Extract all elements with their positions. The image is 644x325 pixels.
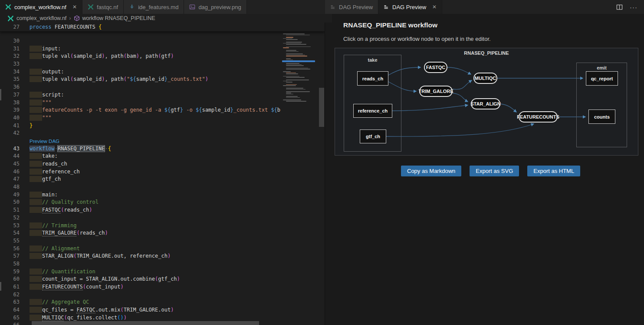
code-token <box>30 253 42 259</box>
code-token: , path <box>139 53 158 59</box>
gutter-decoration <box>0 89 1 100</box>
code-line[interactable]: 45 reads_ch <box>0 160 282 168</box>
line-number: 49 <box>0 191 30 199</box>
line-number: 37 <box>0 91 30 99</box>
code-token: sample_id <box>73 53 102 59</box>
code-line[interactable]: 33 <box>0 60 282 68</box>
dag-node-STAR_ALIGN[interactable]: STAR_ALIGN <box>471 98 500 109</box>
code-line[interactable]: 62 <box>0 291 282 299</box>
dag-node-counts[interactable]: counts <box>588 109 615 124</box>
code-line[interactable]: 34 output: <box>0 68 282 76</box>
scrollbar-thumb[interactable] <box>319 88 324 127</box>
tab-ide_features-md[interactable]: ide_features.md <box>124 0 184 14</box>
dag-node-FEATURECOUNTS[interactable]: FEATURECOUNTS <box>519 111 558 123</box>
code-line[interactable]: 51 FASTQC(reads_ch) <box>0 206 282 214</box>
code-token <box>30 222 42 229</box>
code-line[interactable]: 30 <box>0 37 282 45</box>
line-number: 45 <box>0 160 30 168</box>
code-line[interactable]: 32 tuple val(sample_id), path(bam), path… <box>0 53 282 60</box>
code-line[interactable]: 56 // Alignment <box>0 245 282 253</box>
code-line[interactable]: 41} <box>0 122 282 130</box>
code-line[interactable]: 38 """ <box>0 99 282 107</box>
breadcrumb-symbol[interactable]: workflow RNASEQ_PIPELINE <box>82 15 155 21</box>
sticky-scroll-line[interactable]: 27process FEATURECOUNTS { <box>0 23 325 32</box>
code-line[interactable]: 53 // Trimming <box>0 222 282 230</box>
dag-node-FASTQC[interactable]: FASTQC <box>424 62 447 73</box>
dag-node-reads_ch[interactable]: reads_ch <box>357 71 388 86</box>
code-line[interactable]: 44 take: <box>0 153 282 160</box>
code-token: · <box>105 146 108 152</box>
code-line[interactable]: 55 <box>0 237 282 245</box>
tab-complex_workflow-nf[interactable]: complex_workflow.nf✕ <box>0 0 82 14</box>
code-line[interactable]: 36 <box>0 83 282 91</box>
line-number: 41 <box>0 122 30 130</box>
code-line[interactable]: 64 qc_files = FASTQC.out.mix(TRIM_GALORE… <box>0 306 282 314</box>
code-line[interactable]: 31 input: <box>0 45 282 53</box>
breadcrumb-file[interactable]: complex_workflow.nf <box>16 15 66 21</box>
minimap[interactable] <box>282 24 316 154</box>
code-line[interactable]: 54 TRIM_GALORE(reads_ch) <box>0 229 282 237</box>
code-token: ( <box>124 53 127 59</box>
code-line[interactable]: 57 STAR_ALIGN(TRIM_GALORE.out, reference… <box>0 252 282 260</box>
line-number: 33 <box>0 60 30 68</box>
code-editor[interactable]: 27process FEATURECOUNTS { 3031 input:32 … <box>0 23 325 325</box>
code-token: // Quality control <box>42 199 99 205</box>
code-token: reads_ch <box>42 161 67 167</box>
code-token: take: <box>42 153 58 159</box>
dag-node-qc_report[interactable]: qc_report <box>586 71 618 86</box>
code-line[interactable]: 61 FEATURECOUNTS(count_input) <box>0 283 282 291</box>
codelens-preview-dag[interactable]: Preview DAG <box>0 137 282 145</box>
dag-node-TRIM_GALORE[interactable]: TRIM_GALORE <box>419 86 453 97</box>
dag-node-MULTIQC[interactable]: MULTIQC <box>473 73 497 84</box>
code-token: ${ <box>164 107 171 113</box>
code-token: """ <box>42 115 52 121</box>
code-line[interactable]: 50 // Quality control <box>0 199 282 206</box>
copy-as-markdown-button[interactable]: Copy as Markdown <box>401 166 461 176</box>
scrollbar-thumb[interactable] <box>32 321 259 325</box>
nextflow-logo <box>88 4 94 10</box>
code-line[interactable]: 59 // Quantification <box>0 268 282 276</box>
code-line[interactable]: 35 tuple val(sample_id), path("${sample_… <box>0 76 282 83</box>
code-token: .out.mix <box>95 307 121 313</box>
code-token <box>30 107 42 113</box>
code-line[interactable]: 47 gtf_ch <box>0 176 282 183</box>
export-as-svg-button[interactable]: Export as SVG <box>470 166 519 176</box>
code-line[interactable]: 46 reference_ch <box>0 168 282 176</box>
tab-dag-preview-0[interactable]: DAG Preview <box>325 0 378 14</box>
tab-dag_preview-png[interactable]: dag_preview.png <box>184 0 246 14</box>
dag-node-gtf_ch[interactable]: gtf_ch <box>360 129 386 143</box>
more-actions-icon[interactable]: ··· <box>630 3 637 11</box>
code-line[interactable]: 48 <box>0 183 282 191</box>
code-line[interactable]: 40 """ <box>0 114 282 122</box>
code-line[interactable]: 49 main: <box>0 191 282 199</box>
vertical-scrollbar[interactable] <box>318 23 325 325</box>
code-token: ( <box>83 284 86 290</box>
code-line[interactable]: 43workflow·RNASEQ_PIPELINE·{ <box>0 145 282 153</box>
tab-dag-preview-1[interactable]: DAG Preview✕ <box>378 0 442 14</box>
code-token: input: <box>42 46 61 52</box>
code-token: ${ <box>196 107 202 113</box>
close-icon[interactable]: ✕ <box>72 4 77 10</box>
dag-node-reference_ch[interactable]: reference_ch <box>353 104 392 118</box>
code-token <box>30 76 42 82</box>
code-line[interactable]: 37 script: <box>0 91 282 99</box>
code-token: b <box>277 107 280 113</box>
code-line[interactable]: 60 count_input = STAR_ALIGN.out.combine(… <box>0 275 282 283</box>
code-token: } <box>164 76 168 82</box>
split-editor-icon[interactable] <box>616 4 623 10</box>
code-line[interactable]: 42 <box>0 129 282 137</box>
close-icon[interactable]: ✕ <box>432 4 437 10</box>
code-line[interactable]: 65 MULTIQC(qc_files.collect()) <box>0 314 282 322</box>
code-line[interactable]: 63 // Aggregate QC <box>0 298 282 306</box>
code-line[interactable]: 58 <box>0 260 282 268</box>
horizontal-scrollbar[interactable] <box>30 321 316 325</box>
code-line[interactable]: 39 featureCounts -p -t exon -g gene_id -… <box>0 106 282 114</box>
line-number: 60 <box>0 275 30 283</box>
export-as-html-button[interactable]: Export as HTML <box>527 166 580 176</box>
dag-subtitle: Click on a process or workflow node to o… <box>343 36 644 42</box>
code-token: ( <box>158 53 161 59</box>
code-token <box>30 192 42 198</box>
code-lines[interactable]: 3031 input:32 tuple val(sample_id), path… <box>0 37 282 325</box>
code-line[interactable]: 52 <box>0 214 282 222</box>
tab-fastqc-nf[interactable]: fastqc.nf <box>82 0 124 14</box>
